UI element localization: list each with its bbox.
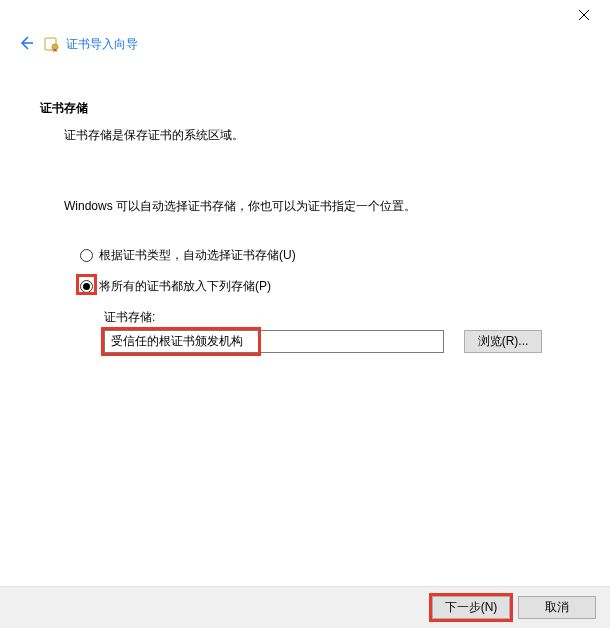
radio-icon (80, 249, 93, 262)
wizard-window: 证书导入向导 证书存储 证书存储是保存证书的系统区域。 Windows 可以自动… (0, 0, 610, 628)
certificate-store-input[interactable] (104, 330, 444, 353)
content-area: 证书存储 证书存储是保存证书的系统区域。 Windows 可以自动选择证书存储，… (0, 58, 610, 586)
radio-icon (80, 280, 93, 293)
radio-manual-store[interactable]: 将所有的证书都放入下列存储(P) (80, 278, 570, 295)
store-row: 浏览(R)... (104, 330, 570, 353)
next-button-wrap: 下一步(N) (432, 596, 510, 619)
arrow-left-icon (18, 35, 34, 51)
store-section: 证书存储: 浏览(R)... (104, 309, 570, 353)
next-button-label: 下一步(N) (445, 599, 498, 616)
cancel-button[interactable]: 取消 (518, 596, 596, 619)
footer: 下一步(N) 取消 (0, 586, 610, 628)
store-input-wrap (104, 330, 444, 353)
store-label: 证书存储: (104, 309, 570, 326)
header-row: 证书导入向导 (0, 30, 610, 58)
browse-button-label: 浏览(R)... (478, 333, 529, 350)
wizard-title: 证书导入向导 (66, 36, 138, 53)
radio-auto-select[interactable]: 根据证书类型，自动选择证书存储(U) (80, 247, 570, 264)
next-button[interactable]: 下一步(N) (432, 596, 510, 619)
close-icon (579, 10, 589, 20)
section-heading: 证书存储 (40, 100, 570, 117)
back-button[interactable] (18, 35, 34, 54)
titlebar (0, 0, 610, 30)
cancel-button-label: 取消 (545, 599, 569, 616)
close-button[interactable] (564, 4, 604, 26)
certificate-icon (44, 36, 60, 52)
radio-manual-label: 将所有的证书都放入下列存储(P) (99, 278, 271, 295)
radio-auto-label: 根据证书类型，自动选择证书存储(U) (99, 247, 296, 264)
browse-button[interactable]: 浏览(R)... (464, 330, 542, 353)
instruction-text: Windows 可以自动选择证书存储，你也可以为证书指定一个位置。 (64, 198, 570, 215)
radio-group: 根据证书类型，自动选择证书存储(U) 将所有的证书都放入下列存储(P) (80, 247, 570, 295)
section-description: 证书存储是保存证书的系统区域。 (64, 127, 570, 144)
